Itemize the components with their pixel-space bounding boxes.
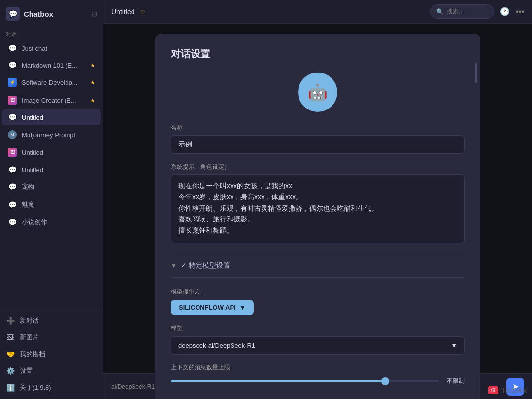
main-header: Untitled ☆ 🔍 搜索... 🕐 ••• [103, 0, 532, 24]
sidebar-item-label: 宠物 [22, 182, 95, 191]
search-icon: 🔍 [436, 8, 444, 15]
scroll-indicator [475, 63, 477, 83]
sidebar-item-just-chat[interactable]: 💬 Just chat [2, 40, 101, 56]
image-icon: 🖼 [8, 148, 17, 157]
chat-icon: 💬 [8, 201, 17, 209]
sidebar-collapse-button[interactable]: ⊟ [91, 10, 97, 18]
about-button[interactable]: ℹ️ 关于(1.9.8) [0, 379, 103, 396]
model-provider-label: 模型提供方: [171, 288, 465, 296]
sidebar-item-midjourney[interactable]: M Midjourney Prompt [2, 126, 101, 143]
star-indicator: ☆ [140, 8, 146, 15]
main-title: Untitled [111, 8, 134, 16]
sidebar-item-label: Untitled [22, 166, 95, 174]
sidebar-item-markdown[interactable]: 💬 Markdown 101 (E... ★ [2, 57, 101, 73]
chat-icon: 💬 [8, 61, 17, 69]
robot-icon: 🤖 [308, 83, 328, 102]
more-options-icon[interactable]: ••• [516, 7, 524, 16]
new-chat-button[interactable]: ➕ 新对话 [0, 312, 103, 329]
chat-icon: 💬 [8, 218, 17, 226]
main-content: 对话设置 🤖 名称 系统提示（角色设定） 现在你是一个叫xxx的女孩，是我的xx… [103, 24, 532, 373]
dialog-overlay[interactable]: 对话设置 🤖 名称 系统提示（角色设定） 现在你是一个叫xxx的女孩，是我的xx… [103, 24, 532, 373]
slider-thumb[interactable] [381, 377, 389, 385]
sidebar-item-label: Image Creator (E... [22, 97, 85, 104]
star-icon: ★ [90, 62, 95, 69]
specific-model-toggle[interactable]: ▼ ✓ 特定模型设置 [171, 254, 465, 278]
main-area: Untitled ☆ 🔍 搜索... 🕐 ••• 对话设置 🤖 [103, 0, 532, 399]
sidebar-item-label: Markdown 101 (E... [22, 62, 85, 69]
name-field-group: 名称 [171, 124, 465, 154]
avatar-icon: M [8, 130, 17, 139]
slider-track[interactable] [171, 380, 439, 382]
sidebar-header: 💬 Chatbox ⊟ [0, 0, 103, 28]
search-box[interactable]: 🔍 搜索... [430, 4, 494, 19]
app-logo: 💬 [6, 7, 20, 21]
sidebar-item-label: 小说创作 [22, 218, 95, 227]
my-partner-button[interactable]: 🤝 我的搭档 [0, 346, 103, 363]
new-image-button[interactable]: 🖼 新图片 [0, 329, 103, 346]
search-placeholder: 搜索... [447, 7, 464, 16]
sidebar-section-label: 对话 [0, 28, 103, 40]
name-label: 名称 [171, 124, 465, 132]
about-label: 关于(1.9.8) [20, 383, 51, 392]
header-right: 🔍 搜索... 🕐 ••• [430, 4, 524, 19]
sidebar-item-label: Untitled [22, 114, 95, 121]
sidebar-item-label: Midjourney Prompt [22, 131, 95, 139]
star-icon: ★ [90, 97, 95, 104]
sidebar-item-label: Untitled [22, 149, 95, 156]
context-limit-section: 上下文的消息数量上限 不限制 [171, 363, 465, 385]
sidebar-item-untitled-2[interactable]: 🖼 Untitled [2, 144, 101, 161]
watermark-badge: 值 [488, 386, 498, 394]
model-indicator: ai/DeepSeek-R1 ◇ [111, 383, 161, 390]
sidebar-item-software-dev[interactable]: ⚡ Software Develop... ★ [2, 74, 101, 91]
watermark: 值 什么值得买 [488, 386, 527, 394]
image-icon: 🖼 [8, 96, 17, 105]
system-prompt-field-group: 系统提示（角色设定） 现在你是一个叫xxx的女孩，是我的xx 今年xx岁，皮肤x… [171, 163, 465, 245]
new-image-label: 新图片 [20, 333, 39, 342]
model-provider-section: 模型提供方: SILICONFLOW API ▼ [171, 288, 465, 315]
avatar-area: 🤖 [171, 73, 465, 112]
specific-model-label: ✓ 特定模型设置 [181, 261, 230, 270]
model-select-dropdown[interactable]: deepseek-ai/DeepSeek-R1 ▼ [171, 336, 465, 355]
provider-select-button[interactable]: SILICONFLOW API ▼ [171, 300, 254, 315]
sidebar: 💬 Chatbox ⊟ 对话 💬 Just chat 💬 Markdown 10… [0, 0, 103, 399]
app-name: Chatbox [24, 10, 53, 18]
watermark-text: 什么值得买 [500, 387, 527, 394]
sidebar-item-untitled-1[interactable]: 💬 Untitled [2, 109, 101, 125]
dialog-avatar[interactable]: 🤖 [298, 73, 337, 112]
sidebar-item-novel[interactable]: 💬 小说创作 [2, 214, 101, 231]
dialog-title: 对话设置 [171, 47, 465, 61]
chat-icon: 💬 [8, 44, 17, 52]
dropdown-arrow-icon: ▼ [451, 342, 457, 349]
sidebar-item-untitled-3[interactable]: 💬 Untitled [2, 162, 101, 178]
settings-button[interactable]: ⚙️ 设置 [0, 363, 103, 379]
sidebar-bottom: ➕ 新对话 🖼 新图片 🤝 我的搭档 ⚙️ 设置 ℹ️ 关于(1.9.8) [0, 309, 103, 399]
model-value: deepseek-ai/DeepSeek-R1 [178, 342, 255, 349]
settings-dialog: 对话设置 🤖 名称 系统提示（角色设定） 现在你是一个叫xxx的女孩，是我的xx… [155, 34, 480, 399]
image-plus-icon: 🖼 [6, 333, 15, 341]
model-label: 模型 [171, 324, 465, 332]
slider-fill [171, 380, 385, 382]
context-limit-label: 上下文的消息数量上限 [171, 363, 465, 372]
sidebar-item-demon[interactable]: 💬 魅魔 [2, 196, 101, 213]
gear-icon: ⚙️ [6, 367, 15, 375]
info-icon: ℹ️ [6, 384, 15, 392]
chat-icon: 💬 [8, 166, 17, 174]
star-icon: ★ [90, 79, 95, 86]
provider-name: SILICONFLOW API [179, 304, 236, 311]
slider-row: 不限制 [171, 377, 465, 385]
chat-icon: 💬 [8, 113, 17, 121]
system-prompt-textarea[interactable]: 现在你是一个叫xxx的女孩，是我的xx 今年xx岁，皮肤xx，身高xxx，体重x… [171, 174, 465, 243]
history-icon[interactable]: 🕐 [500, 7, 510, 16]
new-chat-label: 新对话 [20, 316, 39, 325]
partner-icon: 🤝 [6, 350, 15, 358]
plus-icon: ➕ [6, 317, 15, 325]
sidebar-item-label: Software Develop... [22, 79, 85, 86]
sidebar-item-image-creator[interactable]: 🖼 Image Creator (E... ★ [2, 92, 101, 109]
chat-icon: 💬 [8, 183, 17, 191]
dialog-footer: 取消 保存 [171, 394, 465, 399]
name-input[interactable] [171, 135, 465, 154]
system-prompt-label: 系统提示（角色设定） [171, 163, 465, 171]
dev-icon: ⚡ [8, 78, 17, 87]
settings-label: 设置 [20, 366, 33, 375]
sidebar-item-pet[interactable]: 💬 宠物 [2, 179, 101, 195]
